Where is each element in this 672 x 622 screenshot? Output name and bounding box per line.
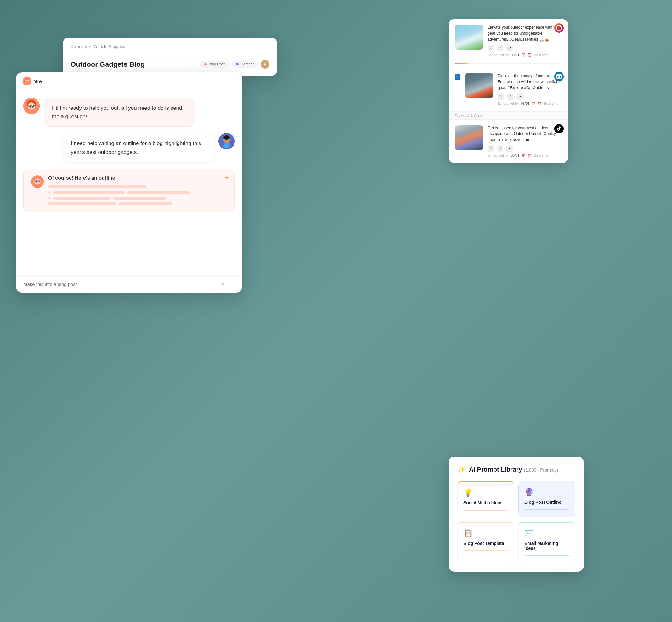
mia-title: MIA: [33, 79, 42, 84]
response-content: Of course! Here's an outline:: [48, 175, 227, 205]
blog-card: Calendar › Work In Progress Outdoor Gadg…: [63, 38, 277, 75]
social-post-tiktok: Get equipped for your next outdoor escap…: [448, 119, 568, 163]
svg-point-17: [228, 140, 229, 141]
user-avatar: [219, 133, 235, 149]
mia-header: MIA: [16, 72, 242, 90]
blog-template-bar: [463, 550, 508, 551]
post-actions: ♡ ⚐ ↗: [488, 45, 562, 51]
tag-blog-post[interactable]: Blog Post: [200, 61, 229, 68]
mia-chat-card: MIA: [16, 72, 242, 292]
post-content-instagram: Elevate your outdoor experience with the…: [488, 25, 562, 57]
svg-point-22: [36, 181, 37, 181]
chat-area: ✦ ✦ Hi! I'm ready to help you out, all y…: [16, 90, 242, 275]
more-options-icon[interactable]: ⋮: [229, 281, 235, 287]
svg-point-23: [39, 181, 40, 181]
like-icon[interactable]: ♡: [488, 45, 494, 51]
user-message-bubble: I need help writing an outline for a blo…: [63, 133, 214, 162]
line-5: [113, 197, 167, 200]
response-lines: [48, 185, 227, 205]
prompt-count: (1,000+ Prompts): [524, 468, 558, 473]
linkedin-checkbox[interactable]: ✓: [455, 74, 461, 80]
linkedin-badge: [554, 72, 564, 81]
post-schedule-linkedin: Scheduled for 06/01 📅 ⏰ Best time: [498, 102, 562, 106]
instagram-badge: [554, 23, 564, 33]
post-actions-linkedin: ♡ ⚐ ↗: [498, 94, 562, 100]
mia-input-field[interactable]: [23, 282, 217, 287]
dot-2: [48, 197, 51, 200]
breadcrumb: Calendar › Work In Progress: [70, 44, 125, 49]
comment-icon[interactable]: ⚐: [497, 45, 503, 51]
post-image-linkedin: [465, 73, 493, 98]
blog-outline-label: Blog Post Outline: [525, 499, 569, 505]
line-3: [127, 191, 190, 194]
date-strip: Today Jul 5, Anna: [448, 112, 568, 119]
share-icon[interactable]: ↗: [506, 45, 513, 51]
mia-logo-icon: [23, 77, 31, 85]
line-2: [53, 191, 125, 194]
mia-small-avatar: [31, 175, 44, 188]
progress-bar-tray: [455, 63, 562, 64]
email-marketing-icon: ✉️: [525, 529, 569, 538]
email-marketing-label: Email Marketing Ideas: [525, 541, 569, 551]
post-content-tiktok: Get equipped for your next outdoor escap…: [488, 125, 562, 158]
chat-row-user: I need help writing an outline for a blo…: [23, 133, 235, 162]
social-media-bar: [463, 510, 508, 511]
svg-point-0: [27, 82, 28, 83]
prompt-item-blog-outline[interactable]: 🔮 Blog Post Outline: [518, 481, 575, 517]
social-media-label: Social Media Ideas: [463, 500, 508, 505]
post-image-tiktok: [455, 125, 483, 150]
r-row-1: [48, 191, 227, 194]
post-text-tiktok: Get equipped for your next outdoor escap…: [488, 125, 562, 143]
mia-response-card: Of course! Here's an outline:: [23, 169, 235, 212]
prompt-grid: 💡 Social Media Ideas 🔮 Blog Post Outline…: [457, 481, 575, 563]
prompt-item-social-media[interactable]: 💡 Social Media Ideas: [457, 481, 514, 517]
mia-avatar: ✦ ✦: [23, 98, 40, 114]
prompt-item-blog-template[interactable]: 📋 Blog Post Template: [457, 522, 514, 563]
social-post-linkedin: ✓ Discover the beauty of nature. Embrace…: [448, 67, 568, 111]
comment-icon[interactable]: ⚐: [497, 145, 503, 152]
comment-icon[interactable]: ⚐: [507, 94, 513, 100]
line-7: [119, 202, 172, 205]
prompt-library-icon: ✨: [457, 465, 466, 474]
social-post-instagram: Elevate your outdoor experience with the…: [448, 19, 568, 63]
blog-template-label: Blog Post Template: [463, 541, 508, 546]
post-content-linkedin: Discover the beauty of nature. Embrace t…: [498, 73, 562, 105]
sparkle-decoration: ✦: [224, 174, 230, 181]
svg-point-16: [225, 140, 226, 141]
svg-point-13: [224, 135, 230, 140]
r-row-3: [48, 202, 227, 205]
svg-text:✦: ✦: [35, 99, 38, 103]
author-avatar: A: [261, 60, 269, 69]
svg-point-15: [224, 143, 230, 148]
send-icon[interactable]: ➤: [221, 281, 225, 287]
blog-card-title: Outdoor Gadgets Blog: [70, 60, 145, 69]
post-actions-tiktok: ♡ ⚐ ↗: [488, 145, 562, 152]
prompt-library-title: AI Prompt Library (1,000+ Prompts): [469, 466, 558, 473]
r-row-2: [48, 197, 227, 200]
tiktok-badge: [554, 124, 564, 133]
blog-outline-icon: 🔮: [525, 488, 569, 496]
blog-outline-bar: [525, 509, 569, 510]
post-text-linkedin: Discover the beauty of nature. Embrace t…: [498, 73, 562, 91]
blog-template-icon: 📋: [463, 529, 508, 538]
prompt-header: ✨ AI Prompt Library (1,000+ Prompts): [457, 465, 575, 474]
social-posts-card: Elevate your outdoor experience with the…: [448, 19, 568, 163]
svg-point-7: [33, 105, 34, 106]
mia-greeting-bubble: Hi! I'm ready to help you out, all you n…: [44, 98, 195, 127]
share-icon[interactable]: ↗: [516, 94, 523, 100]
post-schedule: Scheduled for 06/01 📅 ⏰ Best time: [488, 53, 562, 57]
post-image-instagram: [455, 25, 483, 50]
tag-content[interactable]: Content: [232, 61, 258, 68]
like-icon[interactable]: ♡: [488, 145, 494, 152]
post-text: Elevate your outdoor experience with the…: [488, 25, 562, 42]
prompt-library-card: ✨ AI Prompt Library (1,000+ Prompts) 💡 S…: [448, 456, 584, 572]
mia-input-area: ➤ ⋮: [16, 275, 242, 292]
progress-bar-fill: [455, 63, 468, 64]
social-media-icon: 💡: [463, 488, 508, 497]
blog-card-tags: Blog Post Content A: [200, 60, 269, 69]
share-icon[interactable]: ↗: [506, 145, 513, 152]
prompt-item-email-marketing[interactable]: ✉️ Email Marketing Ideas: [518, 522, 575, 563]
post-schedule-tiktok: Scheduled for 06/01 📅 ⏰ Best time: [488, 153, 562, 158]
like-icon[interactable]: ♡: [498, 94, 504, 100]
dot-1: [48, 191, 51, 194]
